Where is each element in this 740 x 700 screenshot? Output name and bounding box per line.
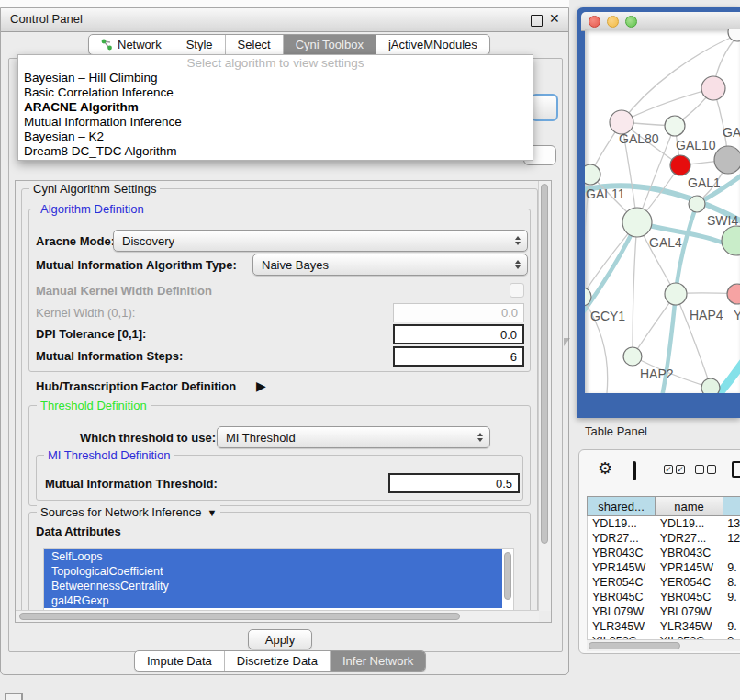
vertical-scrollbar-thumb[interactable] (541, 184, 548, 544)
apply-button[interactable]: Apply (248, 629, 312, 649)
expand-arrow-icon[interactable]: ▶ (256, 378, 266, 393)
node-label: GAL11 (586, 186, 625, 201)
mi-algorithm-type-select[interactable]: Naive Bayes (252, 254, 528, 276)
column-header-partial[interactable] (723, 496, 740, 516)
control-panel-titlebar: Control Panel ✕ (1, 8, 568, 32)
horizontal-scrollbar-thumb[interactable] (19, 613, 460, 620)
node-label: GAL10 (676, 138, 716, 152)
node-gal10[interactable] (665, 116, 685, 136)
aracne-mode-select[interactable]: Discovery (113, 230, 528, 252)
node-hap2[interactable] (623, 347, 642, 366)
horizontal-scrollbar[interactable] (16, 610, 539, 622)
dpi-tolerance-input[interactable]: 0.0 (393, 324, 524, 344)
data-attributes-list[interactable]: SelfLoops TopologicalCoefficient Between… (43, 548, 514, 615)
node-gal1[interactable] (670, 155, 690, 175)
control-panel-tabbar: Network Style Select Cyni Toolbox jActiv… (88, 34, 490, 55)
collapsed-panel-icon[interactable] (5, 693, 23, 700)
node-label: Y (734, 308, 740, 322)
mi-steps-input[interactable]: 6 (393, 346, 524, 367)
node-hap4[interactable] (665, 283, 687, 305)
dropdown-item[interactable]: Bayesian – K2 (18, 130, 533, 144)
deselect-all-checks-icon[interactable] (695, 465, 716, 474)
node-gray[interactable] (714, 146, 740, 174)
which-threshold-label: Which threshold to use: (80, 431, 216, 445)
table-row[interactable]: YBL079WYBL079W (588, 604, 740, 619)
node-salmon[interactable] (727, 284, 740, 304)
node-label: HAP2 (640, 367, 674, 381)
manual-kernel-label: Manual Kernel Width Definition (36, 284, 212, 298)
column-header-name[interactable]: name (655, 496, 723, 516)
dropdown-item[interactable]: Dream8 DC_TDC Algorithm (18, 144, 533, 159)
list-item[interactable]: TopologicalCoefficient (44, 564, 502, 579)
column-header-shared-name[interactable]: shared... (587, 496, 655, 516)
list-item[interactable]: SelfLoops (44, 549, 502, 564)
tab-impute-data[interactable]: Impute Data (135, 651, 225, 671)
node-bottom[interactable] (701, 378, 720, 393)
group-title: Threshold Definition (37, 399, 151, 412)
table-row[interactable]: YER054CYER054C8. (588, 575, 740, 590)
node-gal[interactable] (701, 76, 725, 100)
tab-style[interactable]: Style (174, 35, 226, 54)
combo-arrows-icon (515, 260, 521, 269)
network-canvas[interactable]: GAL GAL80 GAL10 GAL1 GAL11 SWI4 GAL4 GCY… (585, 29, 740, 393)
dropdown-item[interactable]: Basic Correlation Inference (18, 85, 533, 100)
kernel-width-input[interactable]: 0.0 (393, 303, 524, 322)
node-label: GAL (723, 125, 740, 140)
cyni-mode-tabbar: Impute Data Discretize Data Infer Networ… (134, 650, 426, 672)
which-threshold-select[interactable]: MI Threshold (217, 426, 490, 448)
algorithm-dropdown-popup: Select algorithm to view settings Bayesi… (17, 54, 533, 161)
network-window-titlebar[interactable] (581, 12, 740, 31)
top-strip (0, 0, 569, 7)
node-label: GAL4 (649, 235, 682, 250)
dropdown-item[interactable]: Mutual Information Inference (18, 115, 533, 130)
node-gal11[interactable] (585, 164, 600, 185)
group-title: Cyni Algorithm Settings (29, 182, 160, 196)
gear-icon[interactable]: ⚙ (598, 458, 612, 479)
tab-network[interactable]: Network (89, 35, 174, 54)
node-label: GAL1 (688, 175, 721, 190)
close-icon[interactable]: ✕ (549, 11, 560, 26)
select-all-checks-icon[interactable]: ✓ ✓ (664, 465, 685, 474)
table-row[interactable]: YDL19...YDL19...13 (588, 516, 740, 531)
table-horizontal-scrollbar[interactable] (587, 639, 740, 651)
splitter-handle[interactable] (564, 338, 570, 346)
tab-discretize-data[interactable]: Discretize Data (225, 651, 331, 671)
table-panel-title: Table Panel (585, 424, 647, 438)
app-root: Control Panel ✕ Network Style Select Cyn… (0, 0, 740, 700)
float-window-icon[interactable] (531, 15, 543, 27)
tab-jactivemnodules[interactable]: jActiveMNodules (376, 35, 489, 54)
list-item[interactable]: BetweennessCentrality (44, 579, 502, 593)
document-icon[interactable] (732, 461, 740, 478)
table-row[interactable]: YBR043CYBR043C (588, 546, 740, 560)
node-swi4[interactable] (689, 196, 705, 212)
tab-select[interactable]: Select (226, 35, 284, 54)
table-row[interactable]: YBR045CYBR045C9. (588, 590, 740, 604)
network-icon (101, 39, 113, 51)
table-scrollbar-thumb[interactable] (589, 642, 680, 649)
table-row[interactable]: YPR145WYPR145W9. (588, 560, 740, 575)
minimize-traffic-light[interactable] (607, 16, 619, 28)
tab-cyni-toolbox[interactable]: Cyni Toolbox (284, 35, 376, 54)
node-unlabeled[interactable] (728, 29, 740, 41)
node-gal4[interactable] (622, 208, 652, 237)
columns-icon[interactable] (633, 461, 636, 480)
zoom-traffic-light[interactable] (625, 16, 637, 28)
mi-threshold-input[interactable]: 0.5 (388, 473, 520, 493)
dropdown-item-selected[interactable]: ARACNE Algorithm (18, 100, 533, 115)
close-traffic-light[interactable] (589, 16, 600, 28)
dropdown-item[interactable]: Bayesian – Hill Climbing (18, 71, 533, 85)
hub-definition-label[interactable]: Hub/Transcription Factor Definition (36, 379, 236, 393)
collapse-arrow-icon[interactable]: ▼ (207, 507, 218, 518)
network-graph: GAL GAL80 GAL10 GAL1 GAL11 SWI4 GAL4 GCY… (585, 29, 740, 393)
table-row[interactable]: YDR27...YDR27...12 (588, 531, 740, 546)
obscured-combo-fragment (531, 94, 558, 121)
list-scrollbar[interactable] (504, 552, 511, 600)
manual-kernel-checkbox[interactable] (510, 283, 524, 298)
vertical-scrollbar[interactable] (538, 181, 551, 611)
dpi-tolerance-label: DPI Tolerance [0,1]: (36, 327, 146, 341)
list-item[interactable]: gal4RGexp (44, 593, 502, 608)
kernel-width-label: Kernel Width (0,1): (36, 306, 135, 320)
node-green-right[interactable] (722, 226, 740, 255)
table-row[interactable]: YLR345WYLR345W9. (588, 619, 740, 634)
tab-infer-network[interactable]: Infer Network (331, 651, 425, 671)
